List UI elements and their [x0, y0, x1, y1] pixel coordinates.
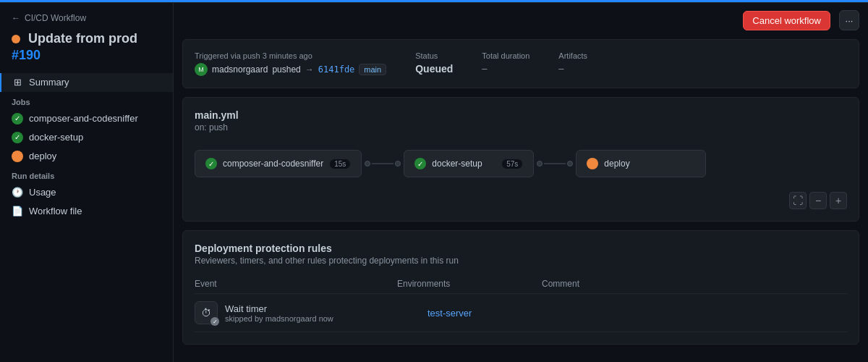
trigger-user: madsnorgaard [212, 64, 268, 75]
artifacts-col: Artifacts – [558, 51, 587, 74]
job-node-docker[interactable]: ✓ docker-setup 57s [404, 150, 534, 177]
env-badge: test-server [427, 308, 472, 319]
job-duration-1: 15s [329, 159, 351, 169]
col-header-event: Event [195, 279, 397, 289]
sidebar-item-composer[interactable]: ✓ composer-and-codesniffer [0, 109, 173, 128]
graph-trigger: on: push [195, 122, 847, 132]
trigger-card: Triggered via push 3 minutes ago M madsn… [182, 39, 859, 88]
job-success-icon-1: ✓ [205, 158, 217, 169]
deployment-title: Deployment protection rules [195, 243, 847, 254]
connector-dot-3 [537, 161, 542, 167]
duration-label: Total duration [482, 51, 529, 60]
connector-dot-1 [365, 161, 370, 167]
back-link[interactable]: ← CI/CD Workflow [0, 9, 173, 28]
event-name: Wait timer [225, 303, 427, 314]
status-dot-icon [12, 35, 20, 43]
connector-dot-2 [395, 161, 401, 167]
event-info: Wait timer skipped by madsnorgaard now [225, 303, 427, 323]
back-link-label: CI/CD Workflow [25, 13, 86, 23]
header-actions: Cancel workflow ··· [743, 10, 859, 30]
status-col: Status Queued [415, 51, 453, 75]
col-header-comment: Comment [542, 279, 847, 289]
skip-badge-icon: ✓ [210, 317, 219, 326]
trigger-info-col: Triggered via push 3 minutes ago M madsn… [195, 51, 386, 76]
job-name-3: deploy [604, 159, 629, 169]
sidebar-item-workflow-file[interactable]: 📄 Workflow file [0, 202, 173, 221]
wait-timer-icon: ⏱ ✓ [195, 301, 218, 324]
artifacts-label: Artifacts [558, 51, 587, 60]
event-environment: test-server [427, 308, 572, 319]
clock-icon: 🕐 [12, 187, 23, 198]
duration-col: Total duration – [482, 51, 529, 74]
cancel-workflow-button[interactable]: Cancel workflow [743, 11, 830, 30]
job-name-1: composer-and-codesniffer [223, 159, 323, 169]
connector-line-1 [372, 163, 393, 164]
col-header-env: Environments [397, 279, 542, 289]
trigger-row: Triggered via push 3 minutes ago M madsn… [195, 51, 847, 76]
sidebar-run-details-label: Run details [0, 166, 173, 183]
table-row: ⏱ ✓ Wait timer skipped by madsnorgaard n… [195, 294, 847, 332]
sidebar: ← CI/CD Workflow Update from prod #190 ⊞… [0, 3, 174, 362]
success-icon-1: ✓ [12, 113, 23, 125]
main-content: Cancel workflow ··· Triggered via push 3… [174, 3, 868, 362]
job-duration-2: 57s [501, 159, 523, 169]
job-name-2: docker-setup [432, 159, 482, 169]
connector-1 [365, 161, 401, 167]
status-value: Queued [415, 63, 453, 75]
workflow-graph-card: main.yml on: push ✓ composer-and-codesni… [182, 97, 859, 222]
deployment-table: Event Environments Comment ⏱ ✓ Wait time… [195, 274, 847, 332]
trigger-action: pushed [272, 64, 300, 75]
sidebar-item-docker[interactable]: ✓ docker-setup [0, 128, 173, 147]
sidebar-item-summary[interactable]: ⊞ Summary [0, 73, 173, 92]
content-header: Cancel workflow ··· [174, 3, 868, 30]
workflow-graph: ✓ composer-and-codesniffer 15s ✓ docker-… [195, 144, 847, 183]
success-icon-2: ✓ [12, 132, 23, 143]
trigger-info: M madsnorgaard pushed → 6141fde main [195, 63, 386, 76]
job-node-deploy[interactable]: deploy [576, 150, 706, 177]
artifacts-value: – [558, 63, 587, 74]
fullscreen-button[interactable]: ⛶ [789, 192, 807, 209]
sidebar-item-deploy[interactable]: deploy [0, 147, 173, 166]
job-success-icon-2: ✓ [414, 158, 426, 169]
status-label: Status [415, 51, 453, 60]
job-node-composer[interactable]: ✓ composer-and-codesniffer 15s [195, 150, 362, 177]
workflow-title: Update from prod #190 [0, 28, 173, 73]
connector-dot-4 [567, 161, 573, 167]
timer-clock-icon: ⏱ [201, 307, 211, 319]
avatar: M [195, 63, 208, 76]
zoom-in-button[interactable]: + [830, 192, 847, 209]
zoom-out-button[interactable]: − [809, 192, 827, 209]
sidebar-jobs-label: Jobs [0, 92, 173, 109]
back-arrow-icon: ← [12, 13, 20, 23]
table-header: Event Environments Comment [195, 274, 847, 294]
file-icon: 📄 [12, 206, 23, 217]
connector-2 [537, 161, 573, 167]
graph-filename: main.yml [195, 109, 847, 121]
deployment-subtitle: Reviewers, timers, and other rules prote… [195, 256, 847, 266]
deployment-rules-card: Deployment protection rules Reviewers, t… [182, 230, 859, 345]
connector-line-2 [544, 163, 566, 164]
summary-icon: ⊞ [12, 77, 23, 88]
commit-hash[interactable]: 6141fde [318, 64, 355, 75]
arrow-icon: → [305, 64, 314, 75]
pending-icon [12, 151, 23, 162]
branch-badge[interactable]: main [359, 64, 386, 75]
job-pending-icon [587, 158, 598, 169]
sidebar-item-usage[interactable]: 🕐 Usage [0, 183, 173, 202]
duration-value: – [482, 63, 529, 74]
event-sub: skipped by madsnorgaard now [225, 314, 427, 323]
graph-controls: ⛶ − + [195, 192, 847, 209]
more-options-button[interactable]: ··· [839, 10, 859, 30]
trigger-label: Triggered via push 3 minutes ago [195, 51, 386, 60]
